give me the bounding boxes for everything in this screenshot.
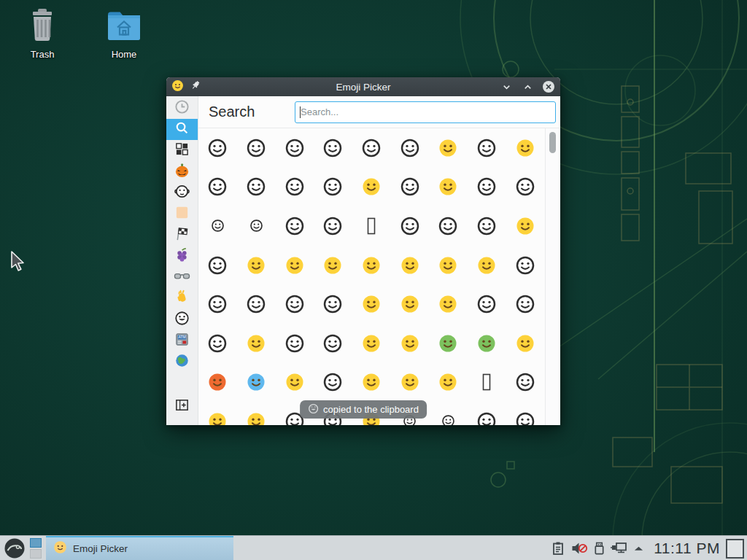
emoji-cell[interactable]: [429, 363, 468, 402]
emoji-cell[interactable]: [390, 168, 429, 207]
emoji-cell[interactable]: [468, 324, 506, 363]
caret-up-icon[interactable]: [633, 545, 644, 552]
emoji-cell[interactable]: [468, 284, 506, 324]
sidebar-item-animals-nature[interactable]: [166, 182, 198, 203]
scrollbar-thumb[interactable]: [549, 132, 556, 153]
emoji-cell[interactable]: [506, 206, 545, 246]
emoji-cell[interactable]: [352, 206, 391, 246]
emoji-cell[interactable]: [314, 128, 352, 168]
emoji-cell[interactable]: [198, 402, 237, 425]
emoji-cell[interactable]: [275, 206, 314, 246]
emoji-cell[interactable]: [429, 246, 468, 285]
sidebar-item-food-drink[interactable]: [166, 246, 198, 267]
emoji-cell[interactable]: [429, 284, 468, 324]
emoji-cell[interactable]: [275, 324, 314, 363]
emoji-cell[interactable]: [429, 324, 468, 363]
emoji-cell[interactable]: [314, 246, 352, 285]
sidebar-item-flags[interactable]: [166, 225, 198, 246]
sidebar-item-recent[interactable]: [166, 98, 198, 119]
chevron-down-icon[interactable]: [500, 80, 513, 93]
emoji-cell[interactable]: [198, 284, 237, 324]
emoji-cell[interactable]: [390, 363, 429, 402]
show-desktop-button[interactable]: [726, 539, 744, 559]
desktop-icon-trash[interactable]: Trash: [9, 8, 75, 60]
sidebar-item-skin-tones[interactable]: [166, 203, 198, 225]
emoji-cell[interactable]: [506, 363, 545, 402]
emoji-cell[interactable]: [198, 128, 237, 168]
emoji-cell[interactable]: [390, 128, 429, 168]
sidebar-item-objects[interactable]: [166, 267, 198, 288]
emoji-cell[interactable]: [352, 284, 391, 324]
emoji-cell[interactable]: [429, 206, 468, 246]
clipboard-icon[interactable]: [551, 541, 565, 556]
sidebar-item-search[interactable]: [166, 119, 198, 140]
search-input[interactable]: [295, 101, 556, 123]
emoji-cell[interactable]: [390, 206, 429, 246]
network-icon[interactable]: [611, 541, 628, 556]
emoji-cell[interactable]: [390, 246, 429, 285]
emoji-cell[interactable]: [237, 284, 276, 324]
pager-desktop-2[interactable]: [30, 549, 42, 559]
emoji-cell[interactable]: [506, 402, 545, 425]
clock[interactable]: 11:11 PM: [654, 540, 720, 557]
emoji-cell[interactable]: [352, 324, 391, 363]
emoji-cell[interactable]: [429, 168, 468, 207]
emoji-cell[interactable]: [506, 284, 545, 324]
sidebar-item-activities[interactable]: [166, 161, 198, 182]
emoji-cell[interactable]: [237, 363, 276, 402]
emoji-cell[interactable]: [352, 128, 391, 168]
emoji-cell[interactable]: [314, 363, 352, 402]
emoji-cell[interactable]: [468, 246, 506, 285]
usb-icon[interactable]: [593, 541, 605, 556]
emoji-cell[interactable]: [237, 246, 276, 285]
emoji-cell[interactable]: [429, 128, 468, 168]
emoji-cell[interactable]: [275, 168, 314, 207]
emoji-cell[interactable]: [468, 168, 506, 207]
emoji-cell[interactable]: [352, 246, 391, 285]
emoji-cell[interactable]: [314, 206, 352, 246]
sidebar-item-all[interactable]: [166, 140, 198, 161]
emoji-cell[interactable]: [275, 363, 314, 402]
emoji-cell[interactable]: [198, 324, 237, 363]
emoji-cell[interactable]: [314, 168, 352, 207]
pager-desktop-1[interactable]: [30, 538, 42, 548]
emoji-cell[interactable]: [275, 246, 314, 285]
emoji-cell[interactable]: [314, 284, 352, 324]
emoji-cell[interactable]: [429, 402, 468, 425]
emoji-cell[interactable]: [314, 324, 352, 363]
sidebar-item-people-body[interactable]: [166, 288, 198, 309]
volume-muted-icon[interactable]: [570, 541, 588, 556]
emoji-cell[interactable]: [237, 402, 276, 425]
emoji-cell[interactable]: [506, 246, 545, 285]
sidebar-item-travel-places[interactable]: [166, 351, 198, 373]
emoji-cell[interactable]: [237, 206, 276, 246]
sidebar-item-smileys-emotion[interactable]: [166, 309, 198, 330]
desktop-icon-home[interactable]: Home: [91, 9, 157, 60]
emoji-cell[interactable]: [468, 363, 506, 402]
emoji-cell[interactable]: [352, 168, 391, 207]
emoji-cell[interactable]: [506, 168, 545, 207]
sidebar-item-custom[interactable]: [166, 396, 198, 417]
emoji-cell[interactable]: [198, 246, 237, 285]
emoji-cell[interactable]: [506, 128, 545, 168]
emoji-cell[interactable]: [237, 128, 276, 168]
virtual-desktop-pager[interactable]: [30, 538, 42, 559]
emoji-cell[interactable]: [275, 284, 314, 324]
emoji-cell[interactable]: [506, 324, 545, 363]
sidebar-item-symbols[interactable]: ATM: [166, 330, 198, 351]
emoji-cell[interactable]: [198, 363, 237, 402]
emoji-cell[interactable]: [352, 363, 391, 402]
emoji-cell[interactable]: [198, 206, 237, 246]
emoji-cell[interactable]: [468, 402, 506, 425]
emoji-cell[interactable]: [468, 128, 506, 168]
emoji-cell[interactable]: [390, 284, 429, 324]
opensuse-geeko-icon[interactable]: [4, 537, 26, 559]
pin-icon[interactable]: [190, 80, 201, 93]
emoji-cell[interactable]: [198, 168, 237, 207]
emoji-cell[interactable]: [237, 168, 276, 207]
chevron-up-icon[interactable]: [521, 80, 534, 93]
emoji-cell[interactable]: [468, 206, 506, 246]
scrollbar[interactable]: [545, 128, 560, 425]
close-icon[interactable]: [542, 80, 555, 93]
titlebar[interactable]: Emoji Picker: [166, 77, 560, 96]
